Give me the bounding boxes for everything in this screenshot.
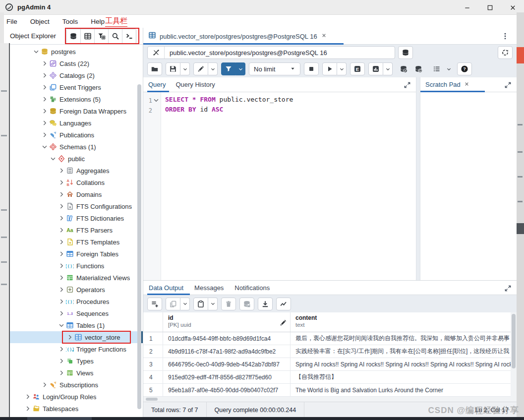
tree-item-types[interactable]: Types	[4, 355, 143, 367]
menu-object[interactable]: Object	[30, 18, 50, 25]
chevron-right-icon[interactable]	[41, 60, 49, 67]
database-selector-button[interactable]	[398, 46, 413, 59]
tree-item-public[interactable]: public	[4, 153, 143, 165]
tree-item-languages[interactable]: Languages	[4, 117, 143, 129]
filter-button[interactable]	[221, 62, 236, 75]
close-icon[interactable]	[321, 32, 327, 41]
edit-button[interactable]	[193, 62, 208, 75]
save-button[interactable]	[166, 62, 180, 75]
chevron-right-icon[interactable]	[41, 131, 49, 138]
download-button[interactable]	[258, 298, 273, 310]
tab-messages[interactable]: Messages	[189, 284, 229, 292]
tree-item-catalogs-2[interactable]: Catalogs (2)	[4, 69, 143, 81]
chevron-down-icon[interactable]	[208, 62, 218, 75]
expand-icon[interactable]	[504, 81, 512, 89]
row-number-cell[interactable]: 2	[143, 345, 163, 358]
execute-button[interactable]	[322, 62, 337, 75]
chevron-right-icon[interactable]	[58, 167, 65, 174]
id-cell[interactable]: 01dcdffa-9454-49ff-bbfc-b89d69d1fca4	[163, 332, 291, 345]
content-cell[interactable]: 实践经验丰富：在[实习/工作]期间，我有幸在[公司名称]担任[职位]，这段经历让…	[291, 345, 511, 358]
tree-item-domains[interactable]: Domains	[4, 188, 143, 200]
chevron-down-icon[interactable]	[337, 62, 347, 75]
chevron-down-icon[interactable]	[49, 155, 57, 162]
column-header-id[interactable]: id[PK] uuid	[163, 312, 291, 332]
chevron-right-icon[interactable]	[58, 215, 65, 222]
tree-item-login-group-roles[interactable]: Login/Group Roles	[4, 391, 143, 403]
open-file-button[interactable]	[147, 62, 162, 75]
tree-item-trigger-functions[interactable]: {()}Trigger Functions	[4, 343, 143, 355]
database-icon[interactable]	[66, 29, 80, 43]
chevron-right-icon[interactable]	[58, 227, 65, 234]
tree-item-fts-parsers[interactable]: AaFTS Parsers	[4, 224, 143, 236]
menu-tools[interactable]: Tools	[62, 18, 78, 25]
stop-button[interactable]	[304, 62, 319, 75]
explain-button[interactable]: E	[350, 62, 365, 75]
chevron-down-icon[interactable]	[58, 322, 65, 329]
tree-item-extensions-5[interactable]: Extensions (5)	[4, 93, 143, 105]
expand-icon[interactable]	[403, 81, 411, 89]
chevron-down-icon[interactable]	[236, 62, 245, 75]
tree-item-schemas-1[interactable]: Schemas (1)	[4, 141, 143, 153]
chevron-right-icon[interactable]	[58, 286, 65, 293]
kebab-menu-icon[interactable]	[501, 32, 510, 41]
sql-line[interactable]: ORDER BY id ASC	[165, 106, 293, 116]
chevron-right-icon[interactable]	[58, 346, 65, 353]
editor-scratchpad-splitter[interactable]	[416, 77, 420, 280]
content-cell[interactable]: 【自我推荐信】	[291, 371, 511, 383]
chevron-right-icon[interactable]	[58, 179, 65, 186]
chevron-right-icon[interactable]	[41, 72, 49, 79]
table-row[interactable]: 36646795c-0ec0-40d9-9deb-4542ab7dbf87Spr…	[143, 358, 517, 371]
chevron-right-icon[interactable]	[41, 108, 49, 115]
refresh-button[interactable]	[498, 46, 513, 59]
menu-file[interactable]: File	[6, 18, 17, 25]
tree-item-operators[interactable]: Operators	[4, 284, 143, 296]
tab-notifications[interactable]: Notifications	[229, 284, 275, 292]
chevron-right-icon[interactable]	[58, 203, 65, 210]
table-icon[interactable]	[80, 29, 94, 43]
fold-chevron-icon[interactable]	[153, 97, 160, 105]
delete-row-button[interactable]	[221, 298, 236, 310]
row-number-cell[interactable]: 5	[143, 384, 163, 396]
chevron-right-icon[interactable]	[41, 84, 49, 91]
tree-item-materialized-views[interactable]: Materialized Views	[4, 272, 143, 284]
id-cell[interactable]: 6646795c-0ec0-40d9-9deb-4542ab7dbf87	[163, 358, 291, 370]
tab-data-output[interactable]: Data Output	[143, 284, 189, 292]
tree-item-postgres[interactable]: postgres	[4, 46, 143, 58]
sql-line[interactable]: SELECT * FROM public.vector_store	[165, 96, 293, 106]
menu-help[interactable]: Help	[91, 18, 105, 25]
search-icon[interactable]	[108, 29, 122, 43]
sidebar-scrollbar[interactable]	[137, 84, 141, 409]
save-data-button[interactable]	[239, 298, 254, 310]
help-button[interactable]: ?	[457, 62, 472, 75]
chevron-right-icon[interactable]	[58, 239, 65, 245]
tree-item-aggregates[interactable]: Aggregates	[4, 165, 143, 177]
tree-item-event-triggers[interactable]: Event Triggers	[4, 81, 143, 93]
analyze-button[interactable]	[368, 62, 383, 75]
row-number-cell[interactable]: 3	[143, 358, 163, 370]
chevron-right-icon[interactable]	[66, 334, 74, 341]
tree-item-functions[interactable]: {()}Functions	[4, 260, 143, 272]
scrollbar-thumb[interactable]	[512, 314, 516, 368]
chevron-right-icon[interactable]	[58, 310, 65, 317]
macros-button[interactable]	[429, 62, 444, 75]
paste-button[interactable]	[193, 298, 208, 310]
tree-item-publications[interactable]: Publications	[4, 129, 143, 141]
chevron-right-icon[interactable]	[58, 298, 65, 305]
id-cell[interactable]: 915ed029-edff-47ff-8556-d827ff75ed60	[163, 371, 291, 383]
row-number-cell[interactable]: 1	[143, 332, 163, 345]
content-cell[interactable]: The World is Big and Salvation Lurks Aro…	[291, 384, 511, 396]
grid-horizontal-scrollbar[interactable]	[143, 397, 517, 402]
table-row[interactable]: 24b9d9116-c78f-47a1-98f2-ad9a4dc9fbe2实践经…	[143, 345, 517, 358]
tab-query[interactable]: Query	[143, 81, 171, 88]
grid-corner-cell[interactable]	[143, 312, 163, 332]
chevron-right-icon[interactable]	[58, 369, 65, 376]
tree-item-foreign-data-wrappers[interactable]: Foreign Data Wrappers	[4, 105, 143, 117]
tree-item-sequences[interactable]: 1..3Sequences	[4, 307, 143, 319]
tree-item-procedures[interactable]: {()}Procedures	[4, 296, 143, 307]
chevron-down-icon[interactable]	[180, 62, 190, 75]
filter-table-icon[interactable]	[94, 29, 108, 43]
table-row[interactable]: 595eb1a87-af0e-4b50-90dd-09b0407c02f7The…	[143, 384, 517, 397]
tree-item-tablespaces[interactable]: Tablespaces	[4, 403, 143, 415]
rollback-button[interactable]	[411, 62, 426, 75]
expand-icon[interactable]	[504, 284, 512, 292]
